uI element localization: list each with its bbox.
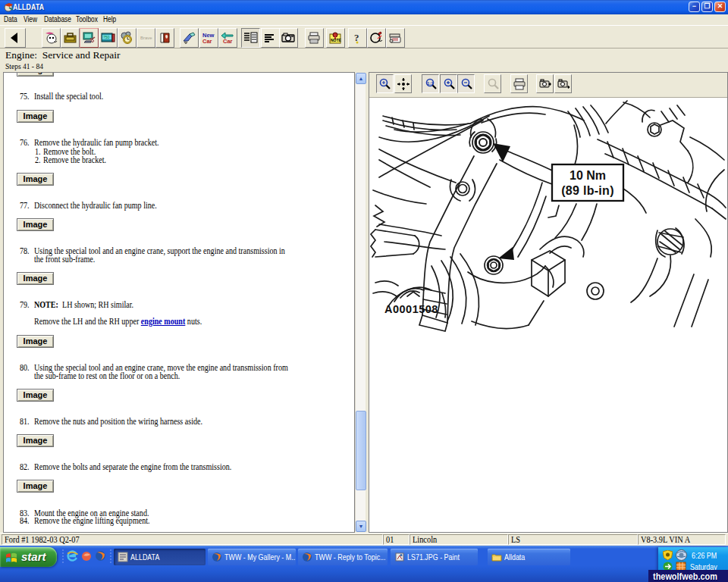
- svg-text:NOTE: NOTE: [331, 38, 342, 42]
- svg-text:(89 lb-in): (89 lb-in): [561, 184, 614, 197]
- svg-text:Car: Car: [223, 38, 233, 45]
- svg-text:Brave: Brave: [140, 36, 152, 40]
- svg-text:1:1: 1:1: [427, 81, 434, 86]
- svg-text:750: 750: [103, 35, 110, 39]
- svg-text:A0001508: A0001508: [384, 303, 438, 315]
- svg-text:10 Nm: 10 Nm: [570, 169, 606, 182]
- svg-text:Car: Car: [202, 38, 212, 45]
